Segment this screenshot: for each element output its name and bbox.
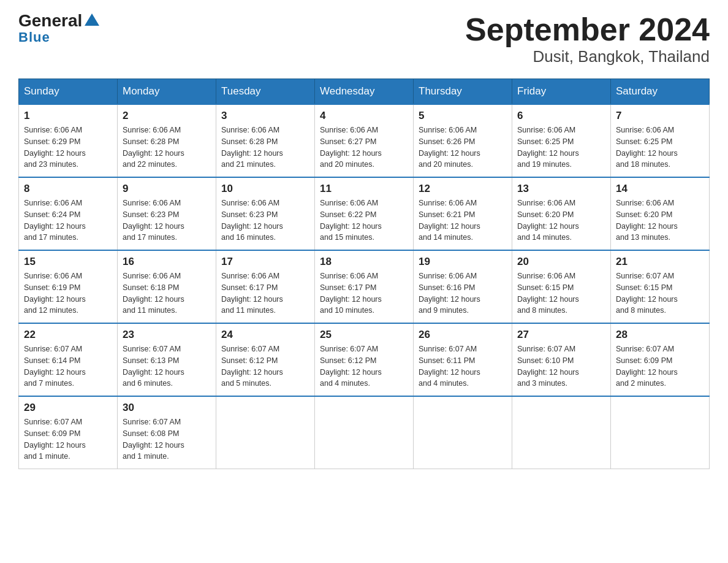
column-header-monday: Monday	[118, 79, 216, 105]
calendar-cell: 11Sunrise: 6:06 AMSunset: 6:22 PMDayligh…	[315, 177, 414, 250]
page-title: September 2024	[465, 12, 710, 47]
calendar-cell: 2Sunrise: 6:06 AMSunset: 6:28 PMDaylight…	[118, 104, 216, 177]
calendar-cell: 19Sunrise: 6:06 AMSunset: 6:16 PMDayligh…	[414, 250, 512, 323]
day-number: 4	[320, 110, 408, 122]
calendar-cell: 7Sunrise: 6:06 AMSunset: 6:25 PMDaylight…	[611, 104, 710, 177]
day-info: Sunrise: 6:06 AMSunset: 6:24 PMDaylight:…	[24, 197, 112, 243]
day-info: Sunrise: 6:06 AMSunset: 6:25 PMDaylight:…	[517, 124, 605, 170]
day-number: 1	[24, 110, 112, 122]
calendar-cell: 13Sunrise: 6:06 AMSunset: 6:20 PMDayligh…	[512, 177, 611, 250]
day-number: 8	[24, 183, 112, 195]
calendar-cell: 6Sunrise: 6:06 AMSunset: 6:25 PMDaylight…	[512, 104, 611, 177]
day-number: 17	[221, 256, 309, 268]
calendar-cell: 29Sunrise: 6:07 AMSunset: 6:09 PMDayligh…	[19, 396, 118, 469]
day-info: Sunrise: 6:06 AMSunset: 6:26 PMDaylight:…	[419, 124, 507, 170]
calendar-cell	[216, 396, 315, 469]
calendar-cell: 28Sunrise: 6:07 AMSunset: 6:09 PMDayligh…	[611, 323, 710, 396]
column-header-friday: Friday	[512, 79, 611, 105]
week-row-3: 15Sunrise: 6:06 AMSunset: 6:19 PMDayligh…	[19, 250, 710, 323]
calendar-cell: 8Sunrise: 6:06 AMSunset: 6:24 PMDaylight…	[19, 177, 118, 250]
day-info: Sunrise: 6:06 AMSunset: 6:20 PMDaylight:…	[517, 197, 605, 243]
day-info: Sunrise: 6:07 AMSunset: 6:09 PMDaylight:…	[24, 416, 112, 462]
day-info: Sunrise: 6:07 AMSunset: 6:13 PMDaylight:…	[123, 343, 211, 389]
week-row-4: 22Sunrise: 6:07 AMSunset: 6:14 PMDayligh…	[19, 323, 710, 396]
week-row-1: 1Sunrise: 6:06 AMSunset: 6:29 PMDaylight…	[19, 104, 710, 177]
day-number: 3	[221, 110, 309, 122]
column-header-saturday: Saturday	[611, 79, 710, 105]
day-info: Sunrise: 6:07 AMSunset: 6:14 PMDaylight:…	[24, 343, 112, 389]
day-info: Sunrise: 6:06 AMSunset: 6:23 PMDaylight:…	[221, 197, 309, 243]
calendar-cell: 24Sunrise: 6:07 AMSunset: 6:12 PMDayligh…	[216, 323, 315, 396]
calendar-table: SundayMondayTuesdayWednesdayThursdayFrid…	[18, 79, 710, 469]
week-row-5: 29Sunrise: 6:07 AMSunset: 6:09 PMDayligh…	[19, 396, 710, 469]
day-number: 25	[320, 329, 408, 341]
calendar-cell: 22Sunrise: 6:07 AMSunset: 6:14 PMDayligh…	[19, 323, 118, 396]
day-number: 22	[24, 329, 112, 341]
day-number: 20	[517, 256, 605, 268]
day-info: Sunrise: 6:07 AMSunset: 6:08 PMDaylight:…	[123, 416, 211, 462]
week-row-2: 8Sunrise: 6:06 AMSunset: 6:24 PMDaylight…	[19, 177, 710, 250]
svg-marker-0	[85, 13, 99, 26]
day-info: Sunrise: 6:06 AMSunset: 6:17 PMDaylight:…	[320, 270, 408, 316]
day-number: 7	[616, 110, 704, 122]
day-number: 28	[616, 329, 704, 341]
day-number: 16	[123, 256, 211, 268]
calendar-cell: 10Sunrise: 6:06 AMSunset: 6:23 PMDayligh…	[216, 177, 315, 250]
title-block: September 2024 Dusit, Bangkok, Thailand	[465, 12, 710, 66]
column-header-wednesday: Wednesday	[315, 79, 414, 105]
calendar-cell: 25Sunrise: 6:07 AMSunset: 6:12 PMDayligh…	[315, 323, 414, 396]
calendar-cell: 30Sunrise: 6:07 AMSunset: 6:08 PMDayligh…	[118, 396, 216, 469]
day-number: 12	[419, 183, 507, 195]
day-number: 13	[517, 183, 605, 195]
page-subtitle: Dusit, Bangkok, Thailand	[465, 47, 710, 66]
column-header-sunday: Sunday	[19, 79, 118, 105]
day-info: Sunrise: 6:06 AMSunset: 6:28 PMDaylight:…	[221, 124, 309, 170]
calendar-cell: 15Sunrise: 6:06 AMSunset: 6:19 PMDayligh…	[19, 250, 118, 323]
day-info: Sunrise: 6:06 AMSunset: 6:20 PMDaylight:…	[616, 197, 704, 243]
day-info: Sunrise: 6:06 AMSunset: 6:21 PMDaylight:…	[419, 197, 507, 243]
calendar-cell: 17Sunrise: 6:06 AMSunset: 6:17 PMDayligh…	[216, 250, 315, 323]
day-info: Sunrise: 6:06 AMSunset: 6:22 PMDaylight:…	[320, 197, 408, 243]
calendar-cell: 16Sunrise: 6:06 AMSunset: 6:18 PMDayligh…	[118, 250, 216, 323]
calendar-cell: 5Sunrise: 6:06 AMSunset: 6:26 PMDaylight…	[414, 104, 512, 177]
day-info: Sunrise: 6:07 AMSunset: 6:10 PMDaylight:…	[517, 343, 605, 389]
day-info: Sunrise: 6:06 AMSunset: 6:28 PMDaylight:…	[123, 124, 211, 170]
day-info: Sunrise: 6:06 AMSunset: 6:19 PMDaylight:…	[24, 270, 112, 316]
day-number: 18	[320, 256, 408, 268]
calendar-cell: 18Sunrise: 6:06 AMSunset: 6:17 PMDayligh…	[315, 250, 414, 323]
logo-blue: Blue	[18, 29, 50, 45]
day-number: 11	[320, 183, 408, 195]
logo-general: General	[18, 12, 82, 29]
day-info: Sunrise: 6:06 AMSunset: 6:27 PMDaylight:…	[320, 124, 408, 170]
calendar-cell	[315, 396, 414, 469]
logo: General Blue	[18, 12, 100, 45]
calendar-cell	[414, 396, 512, 469]
calendar-cell: 23Sunrise: 6:07 AMSunset: 6:13 PMDayligh…	[118, 323, 216, 396]
day-number: 9	[123, 183, 211, 195]
calendar-cell: 26Sunrise: 6:07 AMSunset: 6:11 PMDayligh…	[414, 323, 512, 396]
calendar-cell: 12Sunrise: 6:06 AMSunset: 6:21 PMDayligh…	[414, 177, 512, 250]
day-number: 26	[419, 329, 507, 341]
calendar-cell: 21Sunrise: 6:07 AMSunset: 6:15 PMDayligh…	[611, 250, 710, 323]
day-info: Sunrise: 6:06 AMSunset: 6:15 PMDaylight:…	[517, 270, 605, 316]
day-info: Sunrise: 6:07 AMSunset: 6:12 PMDaylight:…	[221, 343, 309, 389]
day-info: Sunrise: 6:06 AMSunset: 6:17 PMDaylight:…	[221, 270, 309, 316]
day-number: 15	[24, 256, 112, 268]
day-info: Sunrise: 6:06 AMSunset: 6:25 PMDaylight:…	[616, 124, 704, 170]
day-number: 29	[24, 402, 112, 414]
column-header-tuesday: Tuesday	[216, 79, 315, 105]
calendar-cell: 4Sunrise: 6:06 AMSunset: 6:27 PMDaylight…	[315, 104, 414, 177]
day-info: Sunrise: 6:07 AMSunset: 6:12 PMDaylight:…	[320, 343, 408, 389]
day-info: Sunrise: 6:07 AMSunset: 6:09 PMDaylight:…	[616, 343, 704, 389]
calendar-cell: 1Sunrise: 6:06 AMSunset: 6:29 PMDaylight…	[19, 104, 118, 177]
calendar-cell: 14Sunrise: 6:06 AMSunset: 6:20 PMDayligh…	[611, 177, 710, 250]
day-info: Sunrise: 6:06 AMSunset: 6:18 PMDaylight:…	[123, 270, 211, 316]
day-number: 2	[123, 110, 211, 122]
day-number: 14	[616, 183, 704, 195]
calendar-cell: 9Sunrise: 6:06 AMSunset: 6:23 PMDaylight…	[118, 177, 216, 250]
column-header-thursday: Thursday	[414, 79, 512, 105]
logo-icon	[83, 11, 100, 28]
day-number: 30	[123, 402, 211, 414]
day-number: 6	[517, 110, 605, 122]
calendar-cell: 27Sunrise: 6:07 AMSunset: 6:10 PMDayligh…	[512, 323, 611, 396]
